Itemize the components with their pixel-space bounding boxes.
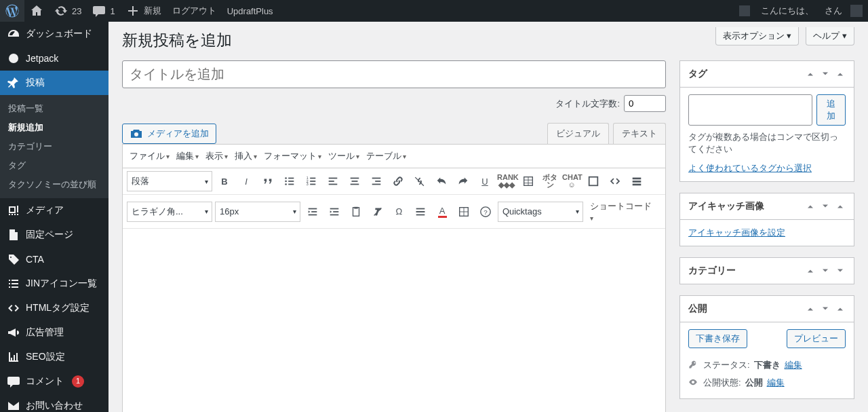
posts-tags[interactable]: タグ: [0, 156, 108, 175]
strikethrough-button[interactable]: [411, 202, 430, 221]
publish-up-icon[interactable]: [805, 303, 816, 314]
rank-button[interactable]: RANK◆◆◆: [497, 174, 516, 189]
quicktags-select[interactable]: Quicktags: [498, 202, 583, 222]
menu-media[interactable]: メディア: [0, 198, 108, 223]
notifications[interactable]: [734, 0, 755, 22]
help-icon-button[interactable]: ?: [476, 202, 495, 221]
menu-table[interactable]: テーブル▾: [363, 147, 409, 165]
menu-view[interactable]: 表示▾: [203, 147, 231, 165]
menu-ads[interactable]: 広告管理: [0, 320, 108, 345]
fullscreen-button[interactable]: [584, 172, 603, 191]
shortcode-menu[interactable]: ショートコード ▾: [586, 198, 661, 225]
clear-format-button[interactable]: [368, 202, 387, 221]
menu-pages[interactable]: 固定ページ: [0, 223, 108, 247]
align-right-button[interactable]: [367, 172, 386, 191]
outdent-button[interactable]: [303, 202, 322, 221]
menu-dashboard[interactable]: ダッシュボード: [0, 22, 108, 46]
svg-rect-32: [309, 214, 317, 215]
button-insert[interactable]: ボタン: [540, 174, 559, 189]
paste-text-button[interactable]: [347, 202, 366, 221]
undo-button[interactable]: [432, 172, 451, 191]
updraftplus-link[interactable]: UpdraftPlus: [222, 0, 279, 22]
metabox-category-header[interactable]: カテゴリー: [680, 258, 854, 284]
updates[interactable]: 23: [49, 0, 87, 22]
comments-bubble[interactable]: 1: [87, 0, 120, 22]
bullet-list-button[interactable]: [280, 172, 299, 191]
metabox-tags-header[interactable]: タグ: [680, 61, 854, 88]
menu-posts[interactable]: 投稿: [0, 71, 108, 95]
menu-comments[interactable]: コメント 1: [0, 369, 108, 394]
posts-categories[interactable]: カテゴリー: [0, 137, 108, 156]
posts-taxonomy-order[interactable]: タクソノミーの並び順: [0, 175, 108, 194]
editor-body[interactable]: [123, 229, 665, 412]
link-button[interactable]: [389, 172, 408, 191]
logout-link[interactable]: ログアウト: [167, 0, 222, 22]
tags-popular-link[interactable]: よく使われているタグから選択: [688, 163, 812, 173]
font-family-select[interactable]: ヒラギノ角...: [127, 202, 212, 222]
menu-tools[interactable]: ツール▾: [326, 147, 362, 165]
special-char-button[interactable]: Ω: [390, 202, 409, 221]
metabox-publish-header[interactable]: 公開: [680, 296, 854, 322]
menu-format[interactable]: フォーマット▾: [261, 147, 324, 165]
source-button[interactable]: [606, 172, 625, 191]
toolbar-toggle-button[interactable]: [627, 172, 646, 191]
category-down-icon[interactable]: [820, 265, 831, 276]
tags-input[interactable]: [688, 94, 812, 126]
help-button[interactable]: ヘルプ ▾: [806, 27, 854, 45]
table-insert-button[interactable]: [519, 172, 538, 191]
featured-toggle-icon[interactable]: [835, 201, 846, 212]
visibility-edit-link[interactable]: 編集: [767, 377, 785, 389]
post-title-input[interactable]: [122, 60, 666, 88]
new-content[interactable]: 新規: [121, 0, 167, 22]
unlink-button[interactable]: [410, 172, 429, 191]
posts-all[interactable]: 投稿一覧: [0, 99, 108, 118]
menu-jin-icons[interactable]: JINアイコン一覧: [0, 271, 108, 296]
menu-html-tags[interactable]: HTMLタグ設定: [0, 296, 108, 320]
format-select[interactable]: 段落: [127, 171, 212, 191]
publish-down-icon[interactable]: [820, 303, 831, 314]
screen-options-button[interactable]: 表示オプション ▾: [715, 27, 800, 45]
tags-toggle-icon[interactable]: [835, 69, 846, 79]
menu-contact[interactable]: お問い合わせ: [0, 394, 108, 412]
align-center-button[interactable]: [345, 172, 364, 191]
menu-edit[interactable]: 編集▾: [174, 147, 201, 165]
blockquote-button[interactable]: [258, 172, 277, 191]
status-edit-link[interactable]: 編集: [785, 359, 802, 371]
menu-jetpack[interactable]: Jetpack: [0, 46, 108, 71]
bold-button[interactable]: B: [215, 172, 234, 191]
wordpress-logo[interactable]: [0, 0, 24, 22]
featured-set-link[interactable]: アイキャッチ画像を設定: [688, 227, 785, 238]
underline-button[interactable]: U: [475, 172, 494, 191]
indent-button[interactable]: [325, 202, 344, 221]
tab-visual[interactable]: ビジュアル: [547, 123, 609, 144]
category-toggle-icon[interactable]: [835, 265, 846, 276]
numbered-list-button[interactable]: 123: [302, 172, 321, 191]
tags-down-icon[interactable]: [820, 69, 831, 79]
site-home[interactable]: [24, 0, 49, 22]
align-left-button[interactable]: [323, 172, 342, 191]
category-up-icon[interactable]: [805, 265, 816, 276]
save-draft-button[interactable]: 下書き保存: [688, 329, 747, 348]
howdy-user[interactable]: こんにちは、: [755, 0, 819, 22]
tab-text[interactable]: テキスト: [613, 123, 666, 144]
add-media-button[interactable]: メディアを追加: [122, 124, 216, 144]
preview-button[interactable]: プレビュー: [787, 329, 846, 348]
user-suffix[interactable]: さん: [819, 0, 868, 22]
featured-down-icon[interactable]: [820, 201, 831, 212]
posts-add-new[interactable]: 新規追加: [0, 118, 108, 137]
redo-button[interactable]: [454, 172, 473, 191]
menu-seo[interactable]: SEO設定: [0, 345, 108, 369]
table-button[interactable]: [454, 202, 473, 221]
menu-file[interactable]: ファイル▾: [127, 147, 172, 165]
tags-up-icon[interactable]: [805, 69, 816, 79]
metabox-featured-header[interactable]: アイキャッチ画像: [680, 193, 854, 220]
italic-button[interactable]: I: [237, 172, 256, 191]
featured-up-icon[interactable]: [805, 201, 816, 212]
tags-add-button[interactable]: 追加: [816, 94, 846, 126]
chat-insert[interactable]: CHAT☺: [562, 174, 581, 189]
publish-toggle-icon[interactable]: [835, 303, 846, 314]
menu-cta[interactable]: CTA: [0, 247, 108, 271]
font-size-select[interactable]: 16px: [215, 202, 300, 222]
menu-insert[interactable]: 挿入▾: [232, 147, 260, 165]
text-color-button[interactable]: A: [433, 202, 452, 221]
